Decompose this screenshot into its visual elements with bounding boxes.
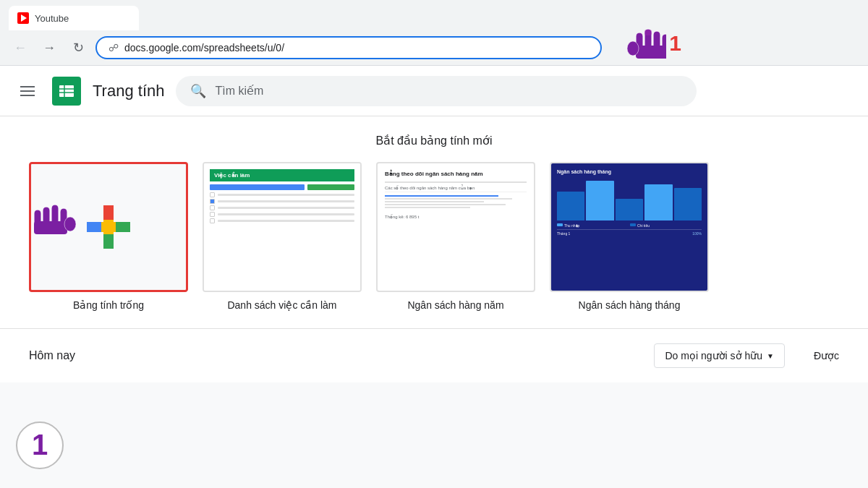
template-monthly-budget[interactable]: Ngân sách hàng tháng Thu nhập: [550, 162, 709, 311]
svg-point-17: [64, 217, 76, 231]
monthly-budget-card[interactable]: Ngân sách hàng tháng Thu nhập: [550, 162, 709, 292]
nav-bar: ← → ↻ ☍ docs.google.com/spreadsheets/u/0…: [0, 30, 868, 65]
monthly-values: Tháng 1 100%: [557, 231, 702, 236]
annual-budget-preview: Bảng theo dõi ngân sách hàng năm Các số …: [378, 163, 534, 291]
hand-cursor-1: [608, 14, 666, 72]
svg-rect-6: [644, 30, 652, 35]
budget-bar-1: [385, 195, 498, 197]
todo-col-row: [210, 184, 354, 190]
search-bar[interactable]: 🔍 Tìm kiếm: [176, 76, 697, 106]
budget-bar-3: [385, 201, 484, 202]
forward-button[interactable]: →: [38, 36, 61, 59]
hamburger-line-3: [20, 95, 35, 96]
address-security-icon: ☍: [109, 42, 119, 53]
todo-item-3: [210, 205, 354, 210]
annual-budget-card[interactable]: Bảng theo dõi ngân sách hàng năm Các số …: [376, 162, 535, 292]
blank-template-name: Bảng tính trống: [73, 299, 144, 311]
todo-item-2: [210, 199, 354, 204]
number-1-annotation: 1: [14, 420, 65, 474]
todo-template-card[interactable]: Việc cần làm: [203, 162, 362, 292]
monthly-budget-name: Ngân sách hàng tháng: [579, 299, 681, 311]
sheets-header: Trang tính 🔍 Tìm kiếm: [0, 66, 868, 116]
address-bar[interactable]: ☍ docs.google.com/spreadsheets/u/0/: [95, 36, 602, 59]
sheets-logo: [52, 77, 81, 106]
refresh-button[interactable]: ↻: [67, 36, 90, 59]
hand-cursor-2: [30, 190, 88, 248]
template-annual-budget[interactable]: Bảng theo dõi ngân sách hàng năm Các số …: [376, 162, 535, 311]
todo-item-1: [210, 192, 354, 197]
tab-label: Youtube: [35, 13, 69, 24]
section-title: Bắt đầu bảng tính mới: [29, 134, 839, 147]
browser-chrome: Youtube ← → ↻ ☍ docs.google.com/spreadsh…: [0, 0, 868, 66]
bottom-section: Hôm nay Do mọi người sở hữu ▼ Được: [0, 328, 868, 382]
monthly-legend: Thu nhập Chi tiêu: [557, 223, 702, 228]
url-text: docs.google.com/spreadsheets/u/0/: [124, 42, 589, 53]
svg-point-5: [627, 41, 639, 56]
monthly-divider: [557, 229, 702, 230]
todo-item-4: [210, 212, 354, 217]
back-button[interactable]: ←: [9, 36, 32, 59]
plus-icon: [87, 205, 130, 249]
svg-text:1: 1: [32, 429, 48, 461]
todo-item-5: [210, 218, 354, 223]
templates-grid: 2: [29, 162, 839, 311]
budget-bar-2: [385, 198, 512, 200]
number-1-circle: 1: [14, 420, 65, 471]
todo-header-bar: Việc cần làm: [210, 169, 354, 181]
svg-rect-16: [34, 221, 67, 234]
monthly-preview-title: Ngân sách hàng tháng: [557, 169, 702, 174]
svg-rect-8: [59, 85, 74, 97]
annual-budget-name: Ngân sách hàng năm: [407, 299, 503, 311]
tab-bar: Youtube: [0, 0, 868, 30]
monthly-budget-preview: Ngân sách hàng tháng Thu nhập: [551, 163, 707, 291]
budget-bar-5: [385, 207, 470, 208]
sheets-logo-svg: [55, 80, 78, 103]
hamburger-line-1: [20, 86, 35, 87]
budget-totals: Thống kê: 6 895 t: [385, 214, 527, 219]
owner-dropdown[interactable]: Do mọi người sở hữu ▼: [654, 343, 784, 368]
bottom-right: Do mọi người sở hữu ▼ Được: [654, 343, 839, 368]
hamburger-line-2: [20, 90, 35, 92]
app-title: Trang tính: [93, 82, 164, 100]
budget-line-1: Các số theo dõi ngân sách hàng năm của b…: [385, 185, 527, 190]
budget-divider-1: [385, 181, 527, 183]
todo-template-name: Danh sách việc cần làm: [227, 299, 336, 311]
template-todo[interactable]: Việc cần làm: [203, 162, 362, 311]
search-icon: 🔍: [190, 83, 206, 99]
youtube-favicon: [17, 12, 29, 24]
annotation-1-label: 1: [669, 31, 681, 56]
annual-budget-preview-title: Bảng theo dõi ngân sách hàng năm: [385, 171, 527, 177]
hamburger-menu[interactable]: [14, 78, 41, 104]
today-label: Hôm nay: [29, 349, 75, 362]
monthly-chart: [557, 177, 702, 221]
budget-bar-4: [385, 204, 506, 205]
todo-preview: Việc cần làm: [204, 163, 360, 291]
owner-label: Do mọi người sở hữu: [665, 350, 762, 361]
svg-rect-4: [636, 46, 666, 59]
budget-divider-2: [385, 192, 527, 192]
search-placeholder: Tìm kiếm: [215, 84, 263, 98]
youtube-tab[interactable]: Youtube: [9, 6, 139, 30]
bottom-col-2: Được: [814, 350, 839, 361]
main-content: Bắt đầu bảng tính mới 2: [0, 116, 868, 328]
dropdown-arrow: ▼: [767, 352, 774, 360]
